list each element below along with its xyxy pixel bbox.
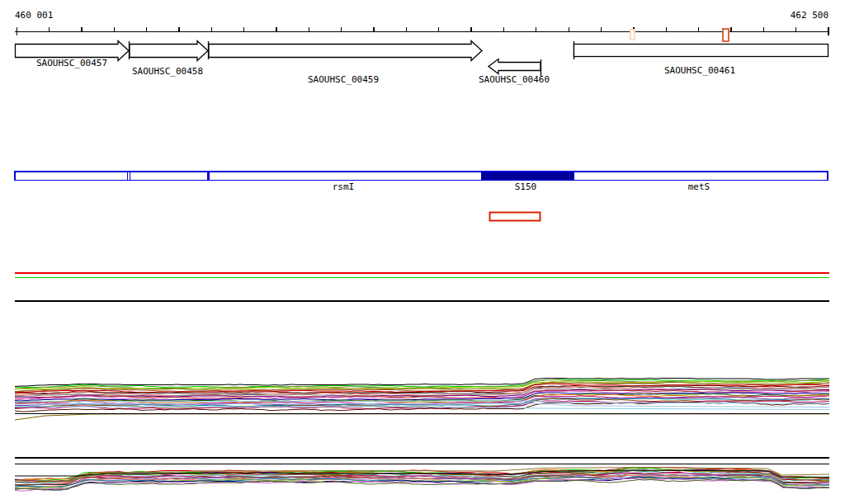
gene-label: SAOUHSC_00459 bbox=[308, 74, 379, 85]
annotation-track-bar[interactable] bbox=[15, 172, 828, 181]
position-label-end: 462 500 bbox=[791, 10, 828, 21]
variant-marker-red[interactable] bbox=[723, 29, 729, 41]
segment-label: metS bbox=[688, 181, 710, 192]
gene-arrow-SAOUHSC_00460[interactable] bbox=[489, 59, 541, 74]
gene-label: SAOUHSC_00461 bbox=[664, 65, 735, 76]
genome-browser-window: 460 001 462 500 SAOUHSC_00457 SAOUHSC_00… bbox=[0, 0, 845, 504]
segment-label: S150 bbox=[515, 181, 537, 192]
selection-rectangle[interactable] bbox=[490, 213, 541, 221]
variant-marker-light[interactable] bbox=[630, 30, 635, 40]
coverage-plot-top bbox=[15, 379, 829, 421]
segment-S150-highlight[interactable] bbox=[481, 172, 574, 181]
segment-label: rsmI bbox=[333, 181, 355, 192]
gene-label: SAOUHSC_00458 bbox=[132, 66, 203, 77]
base-ruler bbox=[15, 27, 828, 42]
ruler-tick-marks bbox=[17, 27, 828, 35]
gene-arrow-SAOUHSC_00459[interactable] bbox=[209, 41, 482, 61]
coverage-series bbox=[15, 414, 829, 420]
gene-label: SAOUHSC_00460 bbox=[479, 74, 550, 85]
position-label-start: 460 001 bbox=[15, 10, 53, 21]
coverage-plot-bottom bbox=[15, 468, 829, 492]
gene-arrow-SAOUHSC_00458[interactable] bbox=[130, 41, 208, 61]
gene-box-SAOUHSC_00461[interactable] bbox=[574, 45, 828, 57]
annotation-track bbox=[15, 172, 828, 181]
gene-label: SAOUHSC_00457 bbox=[36, 58, 107, 68]
reference-lines bbox=[15, 273, 829, 464]
segment-divider-thick bbox=[207, 172, 210, 181]
